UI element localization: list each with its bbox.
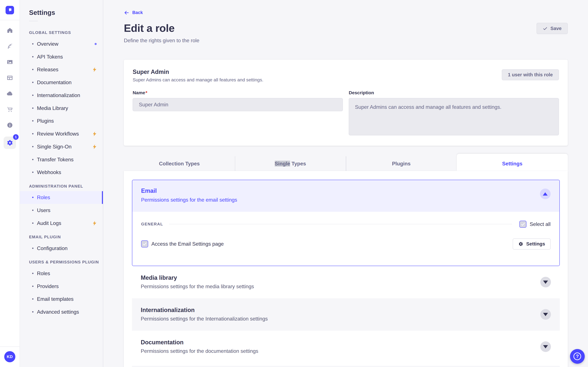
required-asterisk: *	[146, 90, 147, 95]
sidebar-item-advanced-settings[interactable]: • Advanced settings	[20, 306, 103, 318]
email-accordion-body: GENERAL Select all Access the Email Se	[132, 212, 559, 266]
strapi-logo-icon[interactable]	[6, 6, 14, 14]
content-manager-layout-icon[interactable]	[4, 72, 16, 84]
sidebar-item-plugins[interactable]: • Plugins	[20, 115, 103, 128]
email-accordion-title: Email	[141, 187, 237, 194]
nav-rail: 1 KD	[0, 0, 20, 367]
email-plugin-list: • Configuration	[20, 242, 103, 255]
sidebar-item-up-roles[interactable]: • Roles	[20, 267, 103, 280]
question-mark-icon: ?	[573, 352, 581, 360]
settings-notification-badge: 1	[13, 134, 19, 140]
name-input	[133, 98, 343, 111]
description-field-group: Description Super Admins can access and …	[349, 90, 559, 137]
help-button[interactable]: ?	[570, 349, 585, 364]
tab-single-types[interactable]: Single Types	[235, 156, 346, 171]
marketplace-cart-icon[interactable]	[4, 103, 16, 116]
page-header: Edit a role Save	[124, 22, 568, 34]
main-content: Back Edit a role Save Define the rights …	[103, 0, 588, 367]
tab-settings-active[interactable]: Settings	[457, 154, 568, 171]
sidebar-item-configuration[interactable]: • Configuration	[20, 242, 103, 255]
permissions-tabs: Collection Types Single Types Plugins Se…	[124, 156, 568, 171]
email-accordion-subtitle: Permissions settings for the email setti…	[141, 197, 237, 203]
back-link[interactable]: Back	[124, 10, 143, 16]
chevron-down-icon	[543, 345, 548, 348]
select-all-checkbox[interactable]	[519, 221, 527, 228]
access-email-settings-checkbox[interactable]	[141, 241, 148, 247]
page-title: Edit a role	[124, 22, 175, 34]
divider-line	[169, 224, 512, 224]
access-email-settings-label[interactable]: Access the Email Settings page	[151, 241, 224, 247]
section-global-settings: GLOBAL SETTINGS	[20, 30, 103, 35]
chevron-up-icon	[543, 192, 548, 196]
check-icon	[521, 222, 525, 226]
content-type-builder-feather-icon[interactable]	[4, 40, 16, 52]
save-button[interactable]: Save	[536, 23, 568, 34]
internationalization-accordion[interactable]: Internationalization Permissions setting…	[132, 298, 560, 331]
description-label: Description	[349, 90, 559, 95]
lightning-icon	[93, 144, 97, 149]
select-all-label[interactable]: Select all	[530, 221, 551, 227]
info-icon[interactable]	[4, 119, 16, 132]
sidebar-item-users[interactable]: • Users	[20, 204, 103, 217]
settings-sidebar: Settings GLOBAL SETTINGS • Overview • AP…	[20, 0, 104, 367]
page-subtitle: Define the rights given to the role	[124, 38, 568, 43]
sidebar-item-review-workflows[interactable]: • Review Workflows	[20, 127, 103, 140]
sidebar-item-providers[interactable]: • Providers	[20, 280, 103, 293]
expand-button[interactable]	[540, 277, 551, 287]
sidebar-item-single-sign-on[interactable]: • Single Sign-On	[20, 140, 103, 153]
sidebar-title-divider	[29, 21, 38, 21]
tab-plugins[interactable]: Plugins	[346, 156, 457, 171]
lightning-icon	[93, 132, 97, 136]
media-library-images-icon[interactable]	[4, 56, 16, 68]
expand-button[interactable]	[540, 309, 551, 320]
administration-panel-list: • Roles • Users • Audit Logs	[20, 191, 103, 230]
check-icon	[543, 26, 547, 31]
settings-tab-panel: Email Permissions settings for the email…	[124, 171, 568, 367]
sidebar-item-media-library[interactable]: • Media Library	[20, 102, 103, 115]
collapse-button[interactable]	[540, 189, 551, 199]
email-accordion-header[interactable]: Email Permissions settings for the email…	[132, 180, 559, 212]
check-icon	[142, 242, 147, 246]
overview-notification-dot	[95, 43, 97, 45]
home-icon[interactable]	[4, 24, 16, 37]
role-fields: Name* Description Super Admins can acces…	[133, 90, 559, 137]
sidebar-item-documentation[interactable]: • Documentation	[20, 76, 103, 89]
sidebar-item-roles-active[interactable]: • Roles	[20, 191, 103, 204]
lightning-icon	[93, 221, 97, 225]
name-field-group: Name*	[133, 90, 343, 137]
email-permissions-accordion: Email Permissions settings for the email…	[132, 180, 560, 266]
general-group-label: GENERAL	[141, 222, 163, 226]
sidebar-item-api-tokens[interactable]: • API Tokens	[20, 50, 103, 63]
lightning-icon	[93, 67, 97, 72]
description-textarea: Super Admins can access and manage all f…	[349, 98, 559, 135]
media-library-accordion[interactable]: Media library Permissions settings for t…	[132, 266, 560, 298]
role-description-text: Super Admins can access and manage all f…	[133, 77, 559, 83]
sidebar-item-email-templates[interactable]: • Email templates	[20, 293, 103, 306]
plugins-marketplace-accordion[interactable]: Plugins and marketplace	[132, 366, 560, 367]
back-arrow-icon	[124, 10, 129, 16]
sidebar-item-internationalization[interactable]: • Internationalization	[20, 89, 103, 102]
documentation-accordion[interactable]: Documentation Permissions settings for t…	[132, 331, 560, 363]
rail-icons: 1	[0, 20, 20, 149]
users-with-role-button[interactable]: 1 user with this role	[502, 69, 559, 80]
email-settings-button[interactable]: Settings	[513, 238, 551, 250]
tab-collection-types[interactable]: Collection Types	[124, 156, 235, 171]
expand-button[interactable]	[540, 341, 551, 352]
selected-text-highlight: Single	[275, 161, 290, 167]
global-settings-list: • Overview • API Tokens • Releases • Doc…	[20, 38, 103, 179]
sidebar-item-audit-logs[interactable]: • Audit Logs	[20, 217, 103, 230]
section-administration-panel: ADMINISTRATION PANEL	[20, 184, 103, 189]
user-avatar[interactable]: KD	[4, 351, 15, 362]
app-root: 1 KD Settings GLOBAL SETTINGS • Overview…	[0, 0, 588, 367]
role-name-heading: Super Admin	[133, 68, 559, 75]
deploy-cloud-icon[interactable]	[4, 87, 16, 100]
gear-icon	[518, 242, 523, 247]
settings-gear-icon[interactable]: 1	[4, 136, 16, 149]
users-permissions-list: • Roles • Providers • Email templates • …	[20, 267, 103, 318]
sidebar-item-overview[interactable]: • Overview	[20, 38, 103, 50]
sidebar-item-transfer-tokens[interactable]: • Transfer Tokens	[20, 153, 103, 166]
section-users-permissions-plugin: USERS & PERMISSIONS PLUGIN	[20, 260, 103, 264]
sidebar-item-releases[interactable]: • Releases	[20, 63, 103, 76]
sidebar-item-webhooks[interactable]: • Webhooks	[20, 166, 103, 179]
role-details-card: Super Admin Super Admins can access and …	[124, 60, 568, 146]
